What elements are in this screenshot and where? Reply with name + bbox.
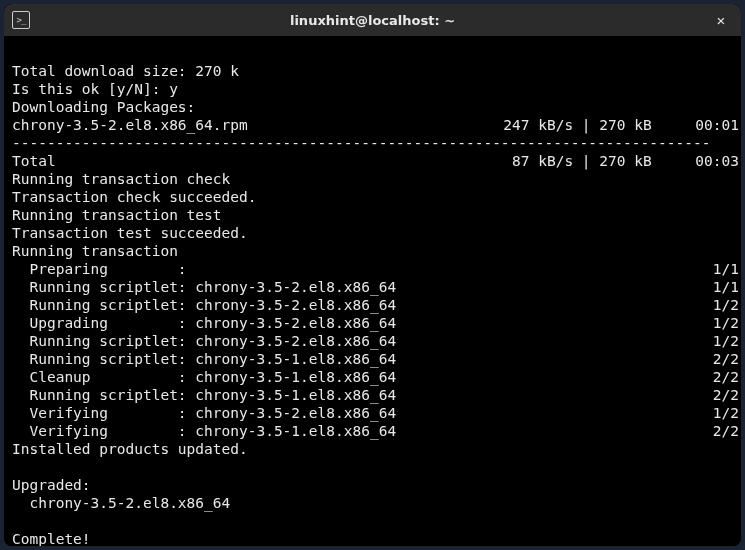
- output-line: Running transaction check: [12, 171, 230, 187]
- step-row: Running scriptlet: chrony-3.5-1.el8.x86_…: [12, 350, 739, 368]
- step-row: Preparing :1/1: [12, 260, 739, 278]
- step-right: 2/2: [713, 368, 739, 386]
- step-right: 1/2: [713, 404, 739, 422]
- step-row: Running scriptlet: chrony-3.5-1.el8.x86_…: [12, 386, 739, 404]
- output-row: chrony-3.5-2.el8.x86_64.rpm247 kB/s | 27…: [12, 116, 739, 134]
- output-line: Transaction test succeeded.: [12, 225, 248, 241]
- step-right: 1/2: [713, 332, 739, 350]
- output-line: Total download size: 270 k: [12, 63, 239, 79]
- output-line: Is this ok [y/N]: y: [12, 81, 178, 97]
- step-row: Verifying : chrony-3.5-1.el8.x86_642/2: [12, 422, 739, 440]
- step-left: Preparing :: [12, 260, 187, 278]
- output-line: Upgraded:: [12, 477, 91, 493]
- step-right: 1/1: [713, 278, 739, 296]
- row-right: 87 kB/s | 270 kB 00:03: [512, 152, 739, 170]
- output-line: ----------------------------------------…: [12, 135, 710, 151]
- step-right: 1/2: [713, 296, 739, 314]
- titlebar[interactable]: linuxhint@localhost: ~ ×: [4, 4, 741, 36]
- output-line: chrony-3.5-2.el8.x86_64: [12, 495, 230, 511]
- output-line: Running transaction: [12, 243, 178, 259]
- step-left: Running scriptlet: chrony-3.5-1.el8.x86_…: [12, 350, 396, 368]
- output-line: Running transaction test: [12, 207, 222, 223]
- output-line: Complete!: [12, 531, 91, 546]
- step-left: Upgrading : chrony-3.5-2.el8.x86_64: [12, 314, 396, 332]
- step-row: Cleanup : chrony-3.5-1.el8.x86_642/2: [12, 368, 739, 386]
- row-left: chrony-3.5-2.el8.x86_64.rpm: [12, 116, 248, 134]
- output-line: [12, 513, 21, 529]
- step-row: Running scriptlet: chrony-3.5-2.el8.x86_…: [12, 296, 739, 314]
- output-line: Installed products updated.: [12, 441, 248, 457]
- output-line: Downloading Packages:: [12, 99, 195, 115]
- terminal-icon: [12, 11, 30, 29]
- step-right: 2/2: [713, 386, 739, 404]
- step-row: Verifying : chrony-3.5-2.el8.x86_641/2: [12, 404, 739, 422]
- output-row: Total87 kB/s | 270 kB 00:03: [12, 152, 739, 170]
- step-row: Running scriptlet: chrony-3.5-2.el8.x86_…: [12, 278, 739, 296]
- row-right: 247 kB/s | 270 kB 00:01: [503, 116, 739, 134]
- step-left: Cleanup : chrony-3.5-1.el8.x86_64: [12, 368, 396, 386]
- step-left: Running scriptlet: chrony-3.5-2.el8.x86_…: [12, 278, 396, 296]
- terminal-output[interactable]: Total download size: 270 k Is this ok [y…: [4, 36, 741, 546]
- output-line: Transaction check succeeded.: [12, 189, 256, 205]
- step-left: Verifying : chrony-3.5-2.el8.x86_64: [12, 404, 396, 422]
- step-left: Verifying : chrony-3.5-1.el8.x86_64: [12, 422, 396, 440]
- step-right: 2/2: [713, 350, 739, 368]
- row-left: Total: [12, 152, 56, 170]
- close-button[interactable]: ×: [709, 8, 733, 32]
- step-row: Running scriptlet: chrony-3.5-2.el8.x86_…: [12, 332, 739, 350]
- output-line: [12, 459, 21, 475]
- step-left: Running scriptlet: chrony-3.5-2.el8.x86_…: [12, 296, 396, 314]
- step-right: 1/2: [713, 314, 739, 332]
- step-right: 1/1: [713, 260, 739, 278]
- terminal-window: linuxhint@localhost: ~ × Total download …: [4, 4, 741, 546]
- step-left: Running scriptlet: chrony-3.5-1.el8.x86_…: [12, 386, 396, 404]
- window-title: linuxhint@localhost: ~: [290, 13, 455, 28]
- step-right: 2/2: [713, 422, 739, 440]
- step-row: Upgrading : chrony-3.5-2.el8.x86_641/2: [12, 314, 739, 332]
- step-left: Running scriptlet: chrony-3.5-2.el8.x86_…: [12, 332, 396, 350]
